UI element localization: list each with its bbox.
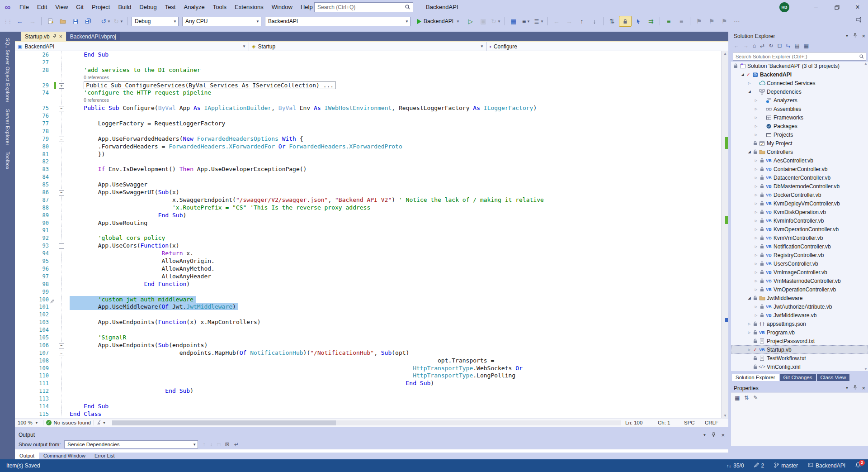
codelens-references[interactable]: 0 references: [70, 74, 109, 82]
code-line[interactable]: 109 HttpTransportType.WebSockets Or: [15, 365, 721, 372]
fold-toggle[interactable]: −: [59, 137, 64, 142]
collapsed-arrow-icon[interactable]: ▷: [753, 314, 759, 317]
switch-views-icon[interactable]: ⇄: [760, 43, 764, 49]
collapsed-arrow-icon[interactable]: ▷: [753, 219, 759, 223]
menu-help[interactable]: Help: [297, 0, 317, 14]
project-dropdown[interactable]: ▣ BackendAPI ▼: [15, 42, 249, 51]
tree-item-jwtauthorizeattribute.vb[interactable]: ▷VBJwtAuthorizeAttribute.vb: [731, 302, 868, 311]
code-line[interactable]: 88 'x.RoutePrefix = "CS" 'This Is the re…: [15, 204, 721, 212]
menu-debug[interactable]: Debug: [135, 0, 160, 14]
quick-search-box[interactable]: [314, 2, 413, 12]
bookmark-prev-icon[interactable]: ⚑: [706, 16, 717, 26]
sync-with-active-document-icon[interactable]: ⇆: [786, 43, 790, 49]
fold-toggle[interactable]: −: [59, 243, 64, 249]
editor-vertical-scrollbar[interactable]: ▲ ▼: [721, 51, 728, 418]
code-line[interactable]: 106− App.UseEndpoints(Sub(endpoints): [15, 342, 721, 349]
menu-tools[interactable]: Tools: [209, 0, 231, 14]
tree-item-datacentercontroller.vb[interactable]: ▷VBDatacenterController.vb: [731, 173, 868, 182]
member-dropdown[interactable]: ▪ Configure: [487, 42, 726, 51]
tree-item-solution-backendapi-3-of-3-projects-[interactable]: Solution 'BackendAPI' (3 of 3 projects): [731, 62, 868, 70]
code-line[interactable]: 80 .ForwardedHeaders = ForwardedHeaders.…: [15, 143, 721, 151]
code-line[interactable]: 113: [15, 395, 721, 403]
codelens-row[interactable]: 0 references: [15, 74, 721, 82]
code-line[interactable]: 94 Return x.: [15, 250, 721, 257]
show-all-files-icon[interactable]: ▤: [795, 43, 800, 49]
fold-toggle[interactable]: −: [59, 343, 64, 348]
tree-item-jwtmiddleware.vb[interactable]: ▷VBJwtMiddleware.vb: [731, 311, 868, 319]
tree-item-packages[interactable]: ▷Packages: [731, 122, 868, 130]
tree-item-frameworks[interactable]: ▷Frameworks: [731, 113, 868, 122]
alphabetical-icon[interactable]: ⇅: [744, 395, 749, 401]
tree-item-my-project[interactable]: My Project: [731, 139, 868, 148]
prev-message-icon[interactable]: ↑: [203, 441, 205, 448]
pin-icon[interactable]: [853, 33, 857, 39]
tree-item-projects[interactable]: ▷Projects: [731, 130, 868, 139]
code-line[interactable]: 100 'custom jwt auth middleware: [15, 296, 721, 304]
move-line-up-icon[interactable]: ↑: [576, 16, 588, 26]
collapsed-arrow-icon[interactable]: ▷: [753, 271, 759, 274]
tree-item-jwtmiddleware[interactable]: ◢JwtMiddleware: [731, 294, 868, 302]
code-line[interactable]: 74 'configure the HTTP request pipeline: [15, 89, 721, 97]
home-icon[interactable]: ⌂: [753, 43, 756, 49]
collapsed-arrow-icon[interactable]: ▷: [753, 279, 759, 283]
lock-toggle-icon[interactable]: [619, 16, 632, 27]
code-line[interactable]: 75− Public Sub Configure(ByVal App As IA…: [15, 105, 721, 112]
code-line[interactable]: 104: [15, 326, 721, 334]
scroll-down-icon[interactable]: ▼: [864, 367, 868, 371]
restore-button[interactable]: [826, 0, 847, 14]
collapsed-arrow-icon[interactable]: ▷: [753, 288, 759, 291]
find-in-files-icon[interactable]: ≣▼: [533, 16, 545, 26]
output-content[interactable]: [15, 449, 728, 453]
panel-tab-output[interactable]: Output: [15, 453, 39, 459]
toolbar-overflow-icon[interactable]: ⋯: [731, 16, 743, 26]
menu-project[interactable]: Project: [88, 0, 114, 14]
code-line[interactable]: 82: [15, 158, 721, 166]
collapsed-arrow-icon[interactable]: ▷: [753, 107, 759, 111]
expanded-arrow-icon[interactable]: ◢: [746, 296, 752, 300]
bookmark-next-icon[interactable]: ⚑: [718, 16, 730, 26]
code-line[interactable]: 114 End Sub: [15, 403, 721, 410]
property-pages-icon[interactable]: ✎: [753, 395, 758, 401]
move-line-down-icon[interactable]: ↓: [589, 16, 600, 26]
tree-item-kvmoperationcontroller.vb[interactable]: ▷VBKvmOperationController.vb: [731, 225, 868, 234]
close-icon[interactable]: ×: [862, 385, 865, 391]
scroll-down-icon[interactable]: ▼: [722, 414, 729, 418]
tree-item-vmimagecontroller.vb[interactable]: ▷VBVmImageController.vb: [731, 268, 868, 277]
doc-tab-startup.vb[interactable]: Startup.vb×: [21, 32, 66, 41]
pending-edits-indicator[interactable]: 2: [754, 462, 764, 469]
tree-item-testworkflow.txt[interactable]: TestWorkflow.txt: [731, 354, 868, 362]
tool-strip-server-explorer[interactable]: Server Explorer: [0, 109, 15, 145]
search-input[interactable]: [315, 4, 405, 10]
git-repo-indicator[interactable]: BackendAPI: [808, 462, 845, 469]
solution-search-input[interactable]: [733, 54, 859, 59]
user-avatar[interactable]: HB: [779, 2, 789, 12]
collapsed-arrow-icon[interactable]: ▷: [753, 185, 759, 188]
tree-item-connected-services[interactable]: ▷Connected Services: [731, 79, 868, 87]
tool-strip-sql-server-object-explorer[interactable]: SQL Server Object Explorer: [0, 38, 15, 103]
tab-list-icon[interactable]: ▾: [856, 1, 858, 6]
code-line[interactable]: 83 If Env.IsDevelopment() Then App.UseDe…: [15, 166, 721, 173]
toolbar-drag-handle[interactable]: ⋮⋮: [4, 19, 12, 24]
solution-configurations-select[interactable]: Debug▼: [132, 17, 179, 26]
nav-back-code-icon[interactable]: ←: [551, 16, 562, 26]
code-line[interactable]: 103 App.UseEndpoints(Function(x) x.MapCo…: [15, 319, 721, 326]
se-tab-git-changes[interactable]: Git Changes: [780, 374, 816, 381]
refresh-icon[interactable]: ↻: [769, 43, 773, 49]
solution-explorer-search[interactable]: [733, 52, 866, 61]
categorized-icon[interactable]: ▦: [735, 395, 740, 401]
close-icon[interactable]: ×: [721, 432, 725, 439]
tree-item-dbmasternodecontroller.vb[interactable]: ▷VBDbMasternodeController.vb: [731, 182, 868, 191]
code-line[interactable]: 29+ Public Sub ConfigureServices(ByVal S…: [15, 82, 721, 90]
menu-git[interactable]: Git: [72, 0, 88, 14]
code-line[interactable]: 97 AllowAnyHeader: [15, 273, 721, 281]
solution-platforms-select[interactable]: Any CPU▼: [182, 17, 261, 26]
collapsed-arrow-icon[interactable]: ▷: [753, 305, 759, 309]
tree-item-notificationcontroller.vb[interactable]: ▷VBNotificationController.vb: [731, 242, 868, 251]
tree-item-aescontroller.vb[interactable]: ▷VBAesController.vb: [731, 156, 868, 165]
forward-icon[interactable]: →: [743, 43, 749, 49]
panel-tab-command-window[interactable]: Command Window: [39, 453, 90, 459]
code-line[interactable]: 90 App.UseRouting: [15, 219, 721, 227]
menu-view[interactable]: View: [51, 0, 72, 14]
code-line[interactable]: 78: [15, 128, 721, 135]
code-line[interactable]: 84: [15, 173, 721, 181]
